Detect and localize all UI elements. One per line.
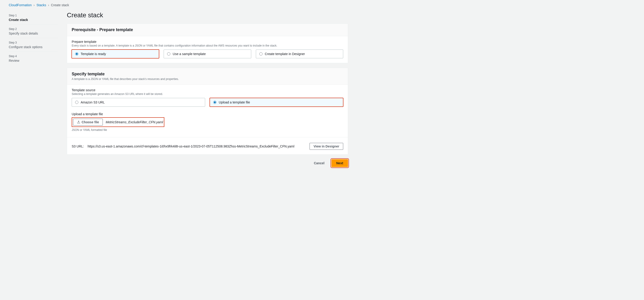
panel-prerequisite: Prerequisite - Prepare template Prepare … [67, 24, 348, 63]
radio-sample-template[interactable]: Use a sample template [164, 50, 251, 58]
breadcrumb: CloudFormation › Stacks › Create stack [9, 3, 640, 7]
button-label: Choose file [82, 120, 99, 124]
s3-url-label: S3 URL: [72, 144, 84, 148]
specify-template-heading: Specify template [72, 72, 343, 76]
template-source-label: Template source [72, 88, 343, 92]
breadcrumb-current: Create stack [51, 3, 69, 7]
radio-icon [75, 101, 78, 104]
step-label: Specify stack details [9, 32, 58, 35]
radio-icon [75, 52, 78, 56]
next-button[interactable]: Next [332, 159, 348, 167]
step-review[interactable]: Step 4 Review [9, 52, 58, 65]
upload-template-label: Upload a template file [72, 112, 343, 116]
breadcrumb-cloudformation[interactable]: CloudFormation [9, 3, 32, 7]
step-create-stack[interactable]: Step 1 Create stack [9, 11, 58, 25]
step-configure-options[interactable]: Step 3 Configure stack options [9, 38, 58, 52]
radio-label: Use a sample template [173, 52, 206, 56]
upload-icon [77, 120, 80, 124]
prerequisite-heading: Prerequisite - Prepare template [72, 28, 343, 32]
template-source-description: Selecting a template generates an Amazon… [72, 92, 343, 96]
radio-template-ready[interactable]: Template is ready [72, 50, 159, 58]
step-number: Step 2 [9, 28, 58, 31]
panel-header: Prerequisite - Prepare template [67, 24, 348, 36]
step-number: Step 4 [9, 54, 58, 58]
main-content: Create stack Prerequisite - Prepare temp… [67, 11, 348, 167]
step-label: Review [9, 59, 58, 62]
s3-url-value: https://s3.us-east-1.amazonaws.com/cf-te… [88, 144, 306, 148]
radio-icon [213, 101, 216, 104]
step-label: Create stack [9, 18, 58, 22]
radio-amazon-s3-url[interactable]: Amazon S3 URL [72, 98, 205, 107]
step-label: Configure stack options [9, 45, 58, 49]
radio-label: Template is ready [81, 52, 106, 56]
divider [67, 137, 348, 137]
radio-label: Create template in Designer [265, 52, 305, 56]
upload-hint: JSON or YAML formatted file [72, 128, 343, 132]
radio-label: Upload a template file [219, 100, 250, 104]
uploaded-filename: MetricStreams_ExcludeFilter_CFN.yaml [106, 120, 163, 124]
panel-specify-template: Specify template A template is a JSON or… [67, 68, 348, 154]
prepare-template-label: Prepare template [72, 40, 343, 44]
radio-label: Amazon S3 URL [81, 100, 105, 104]
page-title: Create stack [67, 12, 348, 19]
wizard-steps-nav: Step 1 Create stack Step 2 Specify stack… [4, 11, 58, 167]
chevron-right-icon: › [34, 3, 35, 7]
radio-icon [167, 52, 170, 56]
step-number: Step 1 [9, 14, 58, 17]
step-number: Step 3 [9, 41, 58, 44]
prepare-template-description: Every stack is based on a template. A te… [72, 44, 343, 47]
radio-create-designer[interactable]: Create template in Designer [256, 50, 343, 58]
cancel-button[interactable]: Cancel [310, 159, 329, 167]
footer-actions: Cancel Next [67, 159, 348, 167]
chevron-right-icon: › [48, 3, 49, 7]
choose-file-button[interactable]: Choose file [73, 119, 103, 126]
upload-file-area: Choose file MetricStreams_ExcludeFilter_… [72, 117, 164, 127]
view-in-designer-button[interactable]: View in Designer [310, 143, 343, 150]
step-specify-details[interactable]: Step 2 Specify stack details [9, 25, 58, 38]
breadcrumb-stacks[interactable]: Stacks [36, 3, 46, 7]
specify-template-sub: A template is a JSON or YAML file that d… [72, 78, 343, 81]
panel-header: Specify template A template is a JSON or… [67, 68, 348, 84]
radio-upload-template-file[interactable]: Upload a template file [210, 98, 343, 107]
radio-icon [259, 52, 262, 56]
